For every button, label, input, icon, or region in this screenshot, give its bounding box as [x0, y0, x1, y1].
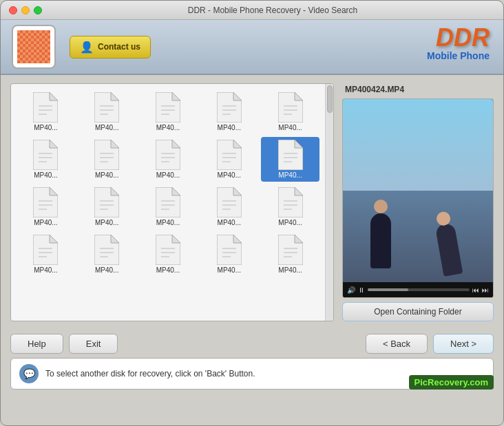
progress-bar[interactable] — [368, 288, 470, 291]
file-label: MP40... — [156, 219, 180, 226]
file-icon — [217, 187, 242, 217]
app-logo — [12, 25, 56, 69]
file-item[interactable]: MP40... — [200, 232, 258, 277]
open-folder-button[interactable]: Open Containing Folder — [342, 302, 494, 321]
svg-marker-91 — [233, 235, 242, 243]
svg-marker-11 — [172, 92, 180, 100]
file-item[interactable]: MP40... — [261, 184, 319, 229]
back-button[interactable]: < Back — [366, 334, 428, 354]
minimize-button[interactable] — [21, 6, 30, 14]
figure-1 — [370, 213, 391, 268]
file-icon — [278, 140, 303, 170]
file-label: MP40... — [218, 124, 241, 131]
file-item[interactable]: MP40... — [139, 232, 198, 277]
watermark: PicRecovery.com — [409, 375, 494, 390]
file-icon — [94, 235, 119, 265]
contact-label: Contact us — [98, 42, 140, 52]
svg-marker-81 — [111, 235, 119, 243]
help-button[interactable]: Help — [10, 334, 63, 354]
file-item[interactable]: MP40... — [200, 89, 258, 134]
scrollbar-thumb[interactable] — [327, 85, 333, 113]
navigation-bar: Help Exit < Back Next > — [1, 330, 503, 358]
file-item[interactable]: MP40... — [78, 137, 136, 182]
file-label: MP40... — [156, 171, 180, 179]
brand-subtitle: Mobile Phone — [427, 50, 490, 61]
next-button[interactable]: Next > — [433, 334, 494, 354]
file-item[interactable]: MP40... — [261, 89, 319, 134]
file-item[interactable]: MP40... — [78, 232, 136, 277]
file-icon — [94, 92, 119, 123]
svg-marker-66 — [233, 187, 242, 195]
status-icon: 💬 — [19, 364, 39, 383]
file-label: MP40... — [34, 171, 57, 179]
status-message: To select another disk for recovery, cli… — [45, 369, 255, 379]
file-icon — [156, 187, 180, 217]
file-label: MP40... — [278, 219, 302, 226]
file-item[interactable]: MP40... — [139, 184, 198, 229]
svg-marker-26 — [50, 140, 58, 148]
file-item[interactable]: MP40... — [17, 232, 75, 277]
exit-button[interactable]: Exit — [69, 334, 118, 354]
file-icon — [94, 140, 119, 170]
svg-marker-41 — [233, 140, 242, 148]
forward-icon[interactable]: ⏭ — [482, 286, 489, 294]
brand-name: DDR — [427, 25, 490, 50]
rewind-icon[interactable]: ⏮ — [472, 286, 479, 294]
window-title: DDR - Mobile Phone Recovery - Video Sear… — [50, 6, 495, 15]
svg-marker-6 — [111, 92, 119, 100]
file-item[interactable]: MP40... — [200, 184, 258, 229]
file-item[interactable]: MP40... — [17, 184, 75, 229]
file-grid: MP40... MP40... — [17, 89, 319, 277]
file-icon — [33, 187, 58, 217]
file-label: MP40... — [95, 171, 118, 179]
file-item[interactable]: MP40... — [139, 137, 198, 182]
file-icon — [33, 235, 58, 265]
brand: DDR Mobile Phone — [427, 25, 490, 61]
file-item[interactable]: MP40... — [139, 89, 198, 134]
file-icon — [278, 92, 303, 123]
file-label: MP40... — [95, 219, 118, 226]
file-label: MP40... — [278, 266, 302, 274]
file-grid-scroll[interactable]: MP40... MP40... — [11, 84, 325, 321]
person-icon: 👤 — [80, 41, 94, 54]
file-item[interactable]: MP40... — [78, 89, 136, 134]
file-label: MP40... — [218, 171, 241, 179]
svg-marker-31 — [111, 140, 119, 148]
file-label: MP40... — [156, 124, 180, 131]
file-icon — [156, 92, 180, 123]
progress-fill — [368, 288, 408, 291]
file-item[interactable]: MP40... — [200, 137, 258, 182]
file-item[interactable]: MP40... — [261, 232, 319, 277]
preview-panel: MP400424.MP4 🔊 ⏸ ⏮ ⏭ Open Containing Fol… — [342, 83, 494, 321]
watermark-container: PicRecovery.com — [1, 394, 503, 398]
title-bar: DDR - Mobile Phone Recovery - Video Sear… — [1, 1, 503, 20]
maximize-button[interactable] — [34, 6, 42, 14]
file-item[interactable]: MP40... — [17, 137, 75, 182]
close-button[interactable] — [9, 6, 17, 14]
figure-2 — [435, 222, 463, 277]
contact-button[interactable]: 👤 Contact us — [70, 36, 151, 58]
traffic-lights — [9, 6, 42, 14]
play-pause-icon[interactable]: ⏸ — [358, 286, 365, 294]
logo-checkerboard-icon — [17, 30, 50, 63]
file-item[interactable]: MP40... — [78, 184, 136, 229]
svg-marker-16 — [233, 92, 242, 100]
file-icon — [33, 92, 58, 123]
file-icon — [94, 187, 119, 217]
main-content: MP40... MP40... — [1, 75, 503, 330]
file-label: MP40... — [34, 266, 57, 274]
file-label: MP40... — [34, 124, 57, 131]
file-grid-container: MP40... MP40... — [10, 83, 334, 321]
file-icon — [217, 140, 242, 170]
file-label: MP40... — [156, 266, 180, 274]
svg-marker-46 — [295, 140, 303, 148]
svg-marker-21 — [295, 92, 303, 100]
preview-image — [343, 99, 493, 282]
scrollbar[interactable] — [325, 84, 333, 321]
file-icon — [33, 140, 58, 170]
file-label: MP40... — [95, 124, 118, 131]
volume-icon[interactable]: 🔊 — [347, 286, 355, 294]
file-icon — [156, 140, 180, 170]
file-item[interactable]: MP40... — [261, 137, 319, 182]
file-item[interactable]: MP40... — [17, 89, 75, 134]
